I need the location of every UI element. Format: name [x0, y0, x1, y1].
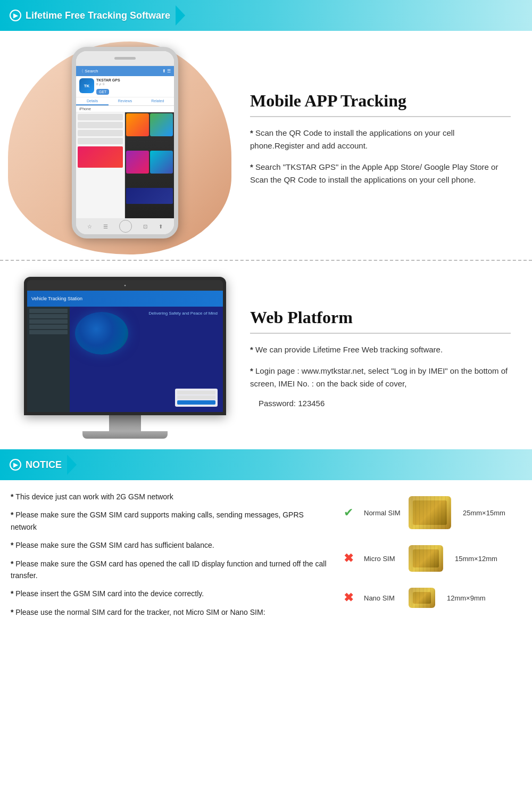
monitor-screen: Vehicle Tracking Station Delivering Safe… — [27, 291, 223, 412]
phone-speaker — [114, 57, 136, 60]
website-content: Delivering Safety and Peace of Mind — [27, 307, 223, 412]
phone-bottom: ☆ ☰ ⊡ ⬆ — [76, 218, 174, 234]
sim-row-nano: ✖ Nano SIM 12mm×9mm — [340, 588, 521, 608]
web-bullet-2: Login page : www.mytkstar.net, select "L… — [250, 365, 511, 390]
mobile-app-section: 〈 Search ⬆ ☰ TK TKSTAR GPS 8 yl ① GET — [0, 31, 532, 254]
app-detail: TK TKSTAR GPS 8 yl ① GET — [76, 76, 174, 97]
sim-dimension-nano: 12mm×9mm — [447, 594, 486, 602]
phone-top-bar — [76, 51, 174, 66]
phone-mockup: 〈 Search ⬆ ☰ TK TKSTAR GPS 8 yl ① GET — [56, 42, 194, 244]
web-platform-section: ● Vehicle Tracking Station — [0, 266, 532, 449]
monitor-area: ● Vehicle Tracking Station — [11, 277, 239, 439]
app-name: TKSTAR GPS — [96, 78, 171, 82]
login-field-1 — [177, 391, 215, 394]
app-info: TKSTAR GPS 8 yl ① GET — [96, 78, 171, 95]
share-icon: ⬆ ☰ — [162, 69, 171, 73]
app-grid-1 — [126, 113, 149, 136]
website-overlay-text: Delivering Safety and Peace of Mind — [149, 311, 218, 316]
iphone-label: iPhone — [76, 106, 174, 112]
login-button — [177, 400, 215, 405]
sim-dimension-micro: 15mm×12mm — [455, 555, 497, 563]
notice-section: This device just can work with 2G GSM ne… — [0, 480, 532, 635]
panel-row-2 — [78, 122, 123, 128]
notice-6: Please use the normal SIM card for the t… — [11, 606, 330, 618]
notice-left: This device just can work with 2G GSM ne… — [11, 491, 330, 624]
website-title: Vehicle Tracking Station — [31, 296, 82, 301]
qr-group-1: LKGPS1 — [164, 414, 183, 415]
monitor-body: ● Vehicle Tracking Station — [24, 277, 226, 415]
website-header: Vehicle Tracking Station — [27, 291, 223, 307]
left-panel — [76, 112, 125, 218]
sidebar-row-3 — [29, 319, 68, 324]
home-button — [119, 220, 132, 233]
divider-1 — [250, 116, 511, 117]
app-grid-2 — [150, 113, 173, 136]
get-button[interactable]: GET — [96, 89, 109, 95]
play-icon: ▶ — [10, 10, 21, 21]
sim-row-micro: ✖ Micro SIM 15mm×12mm — [340, 545, 521, 572]
notice-right: ✔ Normal SIM 25mm×15mm ✖ Micro SIM 15mm×… — [340, 491, 521, 624]
panel-row-4 — [78, 138, 123, 144]
divider-2 — [250, 333, 511, 334]
tab-details[interactable]: Details — [76, 97, 109, 105]
back-label: 〈 Search — [79, 68, 98, 74]
notice-3: Please make sure the GSM SIM card has su… — [11, 539, 330, 551]
sim-card-normal — [409, 496, 451, 529]
sim-label-normal: Normal SIM — [364, 509, 401, 517]
earth-image — [75, 312, 128, 355]
gps-label-group: GPS — [186, 414, 195, 415]
website-main: Delivering Safety and Peace of Mind — [70, 307, 223, 412]
website-sidebar — [27, 307, 70, 412]
mobile-bullet-2: Search "TKSTAR GPS" in the Apple App Sto… — [250, 161, 511, 186]
tab-related[interactable]: Related — [142, 97, 174, 105]
sim-label-nano: Nano SIM — [364, 594, 401, 602]
notice-1: This device just can work with 2G GSM ne… — [11, 491, 330, 503]
monitor-subtitle: Delivering Safety and Peace of Mind — [149, 311, 218, 316]
panel-row-3 — [78, 130, 123, 136]
phone-screen: 〈 Search ⬆ ☰ TK TKSTAR GPS 8 yl ① GET — [76, 66, 174, 218]
dashed-divider — [0, 260, 532, 261]
sidebar-row-5 — [29, 330, 68, 334]
section-header-tracking: ▶ Lifetime Free Tracking Software — [0, 0, 532, 31]
mobile-info: Mobile APP Tracking Scan the QR Code to … — [239, 86, 516, 200]
notice-2: Please make sure the GSM SIM card suppor… — [11, 509, 330, 533]
qr-row: LKGPS1 GPS LKGPS — [27, 412, 223, 415]
sim-card-micro — [409, 545, 443, 572]
phone-body: 〈 Search ⬆ ☰ TK TKSTAR GPS 8 yl ① GET — [72, 47, 178, 238]
arrow-tab — [176, 5, 185, 26]
play-icon-2: ▶ — [10, 459, 21, 471]
arrow-tab-2 — [67, 455, 77, 475]
web-bullet-1: We can provide Lifetime Free Web trackin… — [250, 343, 511, 356]
app-icon: TK — [79, 78, 94, 93]
car-image-right — [126, 188, 173, 204]
sidebar-row-2 — [29, 314, 68, 318]
section-header-title: Lifetime Free Tracking Software — [26, 10, 170, 21]
split-screen — [76, 112, 174, 218]
mobile-app-title: Mobile APP Tracking — [250, 91, 511, 111]
qr-label-2: LKGPS — [202, 414, 214, 415]
login-field-2 — [177, 396, 215, 399]
web-password: Password: 123456 — [259, 399, 511, 408]
phone-image-area: 〈 Search ⬆ ☰ TK TKSTAR GPS 8 yl ① GET — [11, 42, 239, 244]
sim-lines-nano — [409, 588, 435, 608]
section-header-notice: ▶ NOTICE — [0, 449, 532, 480]
sidebar-row-1 — [29, 309, 68, 313]
login-box — [175, 389, 218, 407]
tab-row: Details Reviews Related — [76, 97, 174, 106]
right-panel — [125, 112, 174, 218]
app-store-header: 〈 Search ⬆ ☰ — [76, 66, 174, 76]
sim-label-micro: Micro SIM — [364, 555, 401, 563]
qr-label-1: LKGPS1 — [166, 414, 180, 415]
tab-reviews[interactable]: Reviews — [109, 97, 141, 105]
notice-header-title: NOTICE — [26, 459, 62, 471]
monitor-base — [82, 431, 168, 439]
web-platform-title: Web Platform — [250, 308, 511, 327]
app-grid-3 — [126, 151, 149, 174]
mobile-bullet-1: Scan the QR Code to install the applicat… — [250, 127, 511, 152]
sim-lines-normal — [409, 496, 451, 529]
cross-icon-nano: ✖ — [340, 591, 356, 605]
check-icon-normal: ✔ — [340, 506, 356, 520]
car-image-left — [78, 146, 123, 168]
panel-row-1 — [78, 114, 123, 120]
monitor-neck — [109, 415, 141, 431]
